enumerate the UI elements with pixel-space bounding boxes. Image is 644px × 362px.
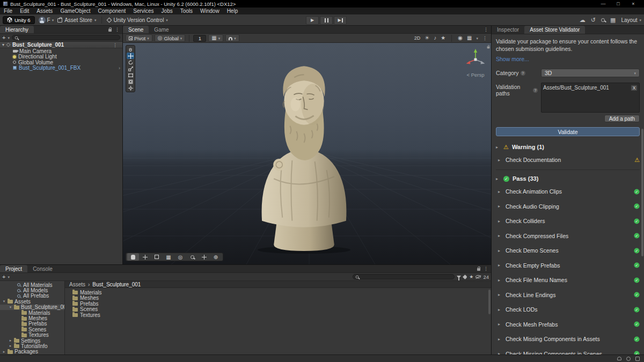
camera-menu-icon[interactable]: ⋮: [482, 35, 487, 41]
foldout-icon[interactable]: ▸: [498, 233, 502, 238]
show-more-link[interactable]: Show more...: [496, 56, 640, 62]
audio-toggle-icon[interactable]: ♪: [434, 35, 436, 41]
tree-item[interactable]: ▸ TutorialInfo: [0, 343, 64, 349]
move-tool[interactable]: [127, 53, 134, 59]
2d-toggle[interactable]: 2D: [414, 36, 421, 41]
panel-menu-icon[interactable]: ⋮: [115, 27, 120, 32]
foldout-icon[interactable]: ▸: [498, 337, 502, 342]
pause-button[interactable]: [320, 16, 333, 25]
tab-scene[interactable]: Scene: [123, 26, 149, 33]
prefab-expand-icon[interactable]: ›: [119, 65, 120, 71]
hierarchy-search-input[interactable]: [12, 35, 120, 40]
tab-inspector[interactable]: Inspector: [492, 26, 524, 34]
account-dropdown[interactable]: F ▾: [39, 17, 54, 24]
scale-tool[interactable]: [127, 65, 134, 72]
create-asset-button[interactable]: +: [2, 274, 5, 280]
asset-folder-row[interactable]: Meshes: [65, 295, 491, 301]
pass-check-row[interactable]: ▸ Check Animation Clips ✓: [496, 184, 640, 199]
tree-item[interactable]: ▾ Assets: [0, 299, 64, 304]
menu-item[interactable]: GameObject: [56, 8, 94, 14]
project-search-input[interactable]: [353, 274, 455, 279]
rect-mode-button[interactable]: [151, 253, 163, 261]
tab-asset-store-validator[interactable]: Asset Store Validator: [524, 26, 585, 34]
validate-button[interactable]: Validate: [496, 127, 640, 136]
tree-item[interactable]: Materials: [0, 310, 64, 315]
view-hand-tool[interactable]: [127, 46, 134, 53]
effects-dropdown-icon[interactable]: ★: [441, 35, 445, 41]
tree-item[interactable]: Prefabs: [0, 321, 64, 327]
background-tasks-icon[interactable]: [626, 357, 631, 361]
rotate-tool[interactable]: [127, 59, 134, 65]
tree-item[interactable]: Textures: [0, 333, 64, 338]
foldout-icon[interactable]: ▸: [498, 189, 502, 194]
asset-store-button[interactable]: Asset Store ▾: [57, 17, 96, 23]
tree-item[interactable]: Meshes: [0, 315, 64, 321]
orientation-gizmo[interactable]: [463, 46, 488, 71]
grid-visibility-dropdown[interactable]: ▦ ▾: [208, 34, 223, 42]
create-add-button[interactable]: +: [2, 35, 5, 41]
foldout-icon[interactable]: ▸: [9, 338, 12, 343]
asset-folder-row[interactable]: Prefabs: [65, 301, 491, 307]
orbit-button[interactable]: ◎: [174, 253, 186, 261]
search-icon[interactable]: [601, 18, 605, 22]
menu-item[interactable]: Tools: [177, 8, 196, 14]
move-mode-button[interactable]: [139, 253, 151, 261]
tree-item[interactable]: All Models: [0, 287, 64, 293]
pass-check-row[interactable]: ▸ Check LODs ✓: [496, 302, 640, 317]
foldout-icon[interactable]: ▸: [498, 204, 502, 209]
hierarchy-item[interactable]: Global Volume: [0, 60, 122, 65]
hierarchy-item[interactable]: Main Camera: [0, 48, 122, 54]
foldout-icon[interactable]: ▸: [498, 292, 502, 297]
console-status-icon[interactable]: [635, 357, 640, 361]
tab-hierarchy[interactable]: Hierarchy: [0, 26, 34, 33]
foldout-icon[interactable]: ▾: [9, 305, 12, 309]
category-dropdown[interactable]: 3D ▾: [541, 69, 640, 77]
foldout-open-icon[interactable]: ▾: [2, 42, 4, 47]
unity-version-badge[interactable]: Unity 6: [3, 16, 35, 24]
grid-snap-button[interactable]: ▦: [163, 253, 174, 261]
gizmos-dropdown-icon[interactable]: ▦: [467, 35, 472, 41]
hierarchy-item[interactable]: Bust_Sculpture_001_FBX ›: [0, 65, 122, 71]
cloud-services-icon[interactable]: ☁: [580, 17, 586, 23]
foldout-icon[interactable]: ▸: [498, 248, 502, 253]
add-path-button[interactable]: Add a path: [604, 115, 640, 122]
perspective-label[interactable]: < Persp: [463, 72, 488, 78]
tab-console[interactable]: Console: [27, 265, 58, 272]
foldout-icon[interactable]: ▸: [498, 263, 502, 268]
foldout-icon[interactable]: ▸: [498, 158, 502, 162]
warning-group-header[interactable]: ▸ ⚠ Warning (1): [496, 144, 640, 150]
help-icon[interactable]: ?: [533, 88, 538, 93]
menu-item[interactable]: Jobs: [158, 8, 177, 14]
foldout-icon[interactable]: ▸: [498, 219, 502, 224]
foldout-icon[interactable]: ▸: [2, 350, 6, 354]
pass-check-row[interactable]: ▸ Check Missing Components in Assets ✓: [496, 331, 640, 346]
layers-icon[interactable]: ▦: [610, 17, 616, 23]
pass-check-row[interactable]: ▸ Check Colliders ✓: [496, 213, 640, 228]
scene-menu-icon[interactable]: ⋮: [113, 42, 118, 48]
pass-check-row[interactable]: ▸ Check File Menu Names ✓: [496, 272, 640, 287]
tree-item[interactable]: ▸ Packages: [0, 349, 64, 354]
pass-check-row[interactable]: ▸ Check Empty Prefabs ✓: [496, 258, 640, 273]
layout-dropdown[interactable]: Layout ▾: [621, 17, 641, 23]
search-by-type-icon[interactable]: [457, 276, 461, 278]
tree-item[interactable]: All Prefabs: [0, 293, 64, 299]
camera-settings-button[interactable]: ⊕: [210, 253, 222, 261]
foldout-icon[interactable]: ▸: [496, 145, 500, 150]
pass-check-row[interactable]: ▸ Check Audio Clipping ✓: [496, 199, 640, 214]
step-button[interactable]: ▶: [334, 16, 347, 25]
pass-check-row[interactable]: ▸ Check Line Endings ✓: [496, 287, 640, 302]
close-icon[interactable]: ×: [626, 1, 641, 6]
pass-check-row[interactable]: ▸ Check Compressed Files ✓: [496, 228, 640, 243]
pass-check-row[interactable]: ▸ Check Missing Components in Scenes ✓: [496, 346, 640, 354]
tree-item[interactable]: ▸ Settings: [0, 338, 64, 343]
search-by-label-icon[interactable]: [463, 275, 467, 279]
scene-visibility-icon[interactable]: ◉: [458, 35, 463, 41]
menu-item[interactable]: Window: [196, 8, 223, 14]
asset-folder-row[interactable]: Scenes: [65, 307, 491, 313]
pass-group-header[interactable]: ▸ ✓ Pass (33): [496, 175, 640, 182]
frame-selected-button[interactable]: [198, 253, 210, 261]
play-button[interactable]: ▶: [306, 16, 319, 25]
lock-icon[interactable]: [108, 29, 112, 32]
scene-root-row[interactable]: ▾ Bust_Sculpture_001 ⋮: [0, 42, 122, 48]
zoom-button[interactable]: [186, 253, 198, 261]
